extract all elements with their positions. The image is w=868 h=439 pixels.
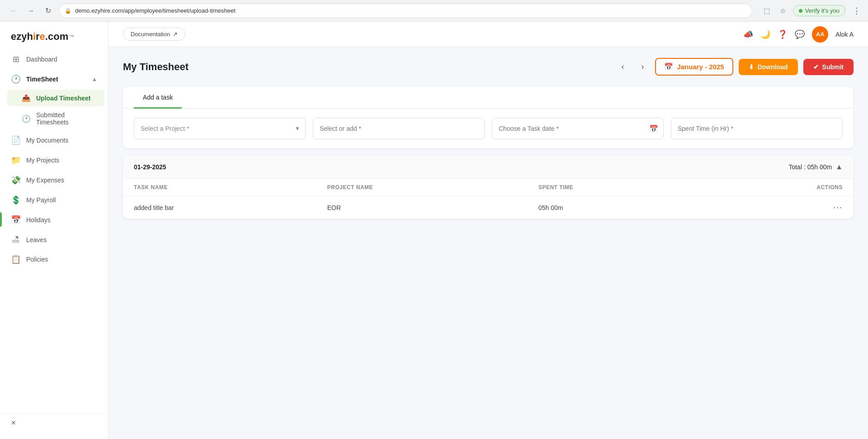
browser-action-icons: ⬚ ☆ Verify it's you ⋮ xyxy=(760,5,861,17)
task-date-field: 📅 xyxy=(492,118,664,139)
sidebar-item-label: Dashboard xyxy=(26,56,57,63)
timesheet-table: TASK NAME PROJECT NAME SPENT TIME ACTION… xyxy=(123,179,854,219)
submitted-timesheets-icon: 🕐 xyxy=(22,115,31,123)
sidebar-item-my-payroll[interactable]: 💲 My Payroll xyxy=(4,191,104,210)
refresh-button[interactable]: ↻ xyxy=(42,5,54,17)
sidebar-item-timesheet[interactable]: 🕐 TimeSheet ▲ xyxy=(4,70,104,89)
browser-chrome: ← → ↻ 🔒 demo.ezyhire.com/app/employee/ti… xyxy=(0,0,868,22)
spent-time-input[interactable] xyxy=(671,118,843,139)
table-row: added title bar EOR 05h 00m ··· xyxy=(123,196,854,219)
logo-text: ezyhire.com™ xyxy=(11,31,74,43)
sidebar-item-leaves[interactable]: 🏖 Leaves xyxy=(4,230,104,249)
table-header: TASK NAME PROJECT NAME SPENT TIME ACTION… xyxy=(123,179,854,196)
sidebar-item-my-documents[interactable]: 📄 My Documents xyxy=(4,131,104,150)
cell-spent-time: 05h 00m xyxy=(528,196,704,219)
cell-actions: ··· xyxy=(704,196,854,219)
forward-button[interactable]: → xyxy=(24,5,37,17)
add-task-card: Add a task Select a Project * ▼ xyxy=(123,86,854,148)
col-actions: ACTIONS xyxy=(704,179,854,196)
documentation-button[interactable]: Documentation ↗ xyxy=(123,28,185,41)
download-icon: ⬇ xyxy=(749,63,754,71)
avatar: AA xyxy=(812,26,828,43)
close-sidebar-button[interactable]: ✕ xyxy=(11,419,97,426)
timesheet-total-label: Total : 05h 00m xyxy=(788,163,832,171)
sidebar-item-dashboard[interactable]: ⊞ Dashboard xyxy=(4,50,104,69)
sidebar-item-label: Policies xyxy=(26,256,48,263)
main-content: Documentation ↗ 📣 🌙 ❓ 💬 AA Alok A My Tim… xyxy=(108,22,868,439)
bookmark-icon[interactable]: ☆ xyxy=(777,5,789,17)
my-documents-icon: 📄 xyxy=(11,135,21,145)
tab-bar: Add a task xyxy=(123,86,854,109)
spent-time-field xyxy=(671,118,843,139)
task-date-input[interactable] xyxy=(492,118,664,139)
close-icon: ✕ xyxy=(11,419,16,426)
sidebar-item-my-projects[interactable]: 📁 My Projects xyxy=(4,151,104,170)
messages-icon[interactable]: 💬 xyxy=(795,29,805,39)
select-project-field: Select a Project * ▼ xyxy=(134,118,306,139)
url-bar[interactable]: 🔒 demo.ezyhire.com/app/employee/timeshee… xyxy=(59,4,752,18)
verify-button[interactable]: Verify it's you xyxy=(793,5,845,16)
timesheet-date: 01-29-2025 xyxy=(134,163,166,171)
cell-task-name: added title bar xyxy=(123,196,316,219)
active-indicator xyxy=(0,212,2,227)
sidebar-item-policies[interactable]: 📋 Policies xyxy=(4,250,104,269)
timesheet-date-header: 01-29-2025 Total : 05h 00m ▲ xyxy=(123,156,854,179)
announcement-icon[interactable]: 📣 xyxy=(743,29,753,39)
cell-project-name: EOR xyxy=(316,196,528,219)
cast-icon[interactable]: ⬚ xyxy=(760,5,773,17)
top-bar-right: 📣 🌙 ❓ 💬 AA Alok A xyxy=(743,26,854,43)
sidebar-item-label: My Documents xyxy=(26,137,68,144)
dark-mode-icon[interactable]: 🌙 xyxy=(760,29,770,39)
submit-label: Submit xyxy=(822,63,844,71)
policies-icon: 📋 xyxy=(11,254,21,264)
row-actions-button[interactable]: ··· xyxy=(833,203,843,212)
top-bar-left: Documentation ↗ xyxy=(123,28,185,41)
col-spent-time: SPENT TIME xyxy=(528,179,704,196)
download-label: Download xyxy=(758,63,788,71)
avatar-initials: AA xyxy=(816,31,825,38)
sidebar: ezyhire.com™ ⊞ Dashboard 🕐 TimeSheet ▲ 📤… xyxy=(0,22,108,439)
sidebar-item-my-expenses[interactable]: 💸 My Expenses xyxy=(4,171,104,190)
sidebar-item-label: My Expenses xyxy=(26,177,64,184)
month-selector-button[interactable]: 📅 January - 2025 xyxy=(655,58,733,76)
verify-dot xyxy=(799,9,802,13)
sidebar-item-label: TimeSheet xyxy=(26,76,58,83)
col-task-name: TASK NAME xyxy=(123,179,316,196)
sidebar-item-holidays[interactable]: 📅 Holidays xyxy=(4,210,104,229)
prev-month-button[interactable]: ‹ xyxy=(615,60,630,74)
my-payroll-icon: 💲 xyxy=(11,195,21,205)
sidebar-item-label: Holidays xyxy=(26,216,51,224)
app-layout: ezyhire.com™ ⊞ Dashboard 🕐 TimeSheet ▲ 📤… xyxy=(0,22,868,439)
back-button[interactable]: ← xyxy=(7,5,20,17)
sidebar-footer: ✕ xyxy=(0,413,108,432)
tab-add-task[interactable]: Add a task xyxy=(134,86,182,109)
sidebar-item-label: My Payroll xyxy=(26,196,56,204)
table-header-row: TASK NAME PROJECT NAME SPENT TIME ACTION… xyxy=(123,179,854,196)
logo-e: e xyxy=(40,31,45,42)
select-project-input[interactable]: Select a Project * xyxy=(134,118,306,139)
sidebar-nav: ⊞ Dashboard 🕐 TimeSheet ▲ 📤 Upload Times… xyxy=(0,50,108,410)
dashboard-icon: ⊞ xyxy=(11,54,21,64)
help-icon[interactable]: ❓ xyxy=(778,29,788,39)
submit-button[interactable]: ✔ Submit xyxy=(803,59,854,75)
page-header: My Timesheet ‹ › 📅 January - 2025 ⬇ Down… xyxy=(123,58,854,76)
page-content: My Timesheet ‹ › 📅 January - 2025 ⬇ Down… xyxy=(108,47,868,439)
logo-i-dot: i xyxy=(33,31,36,42)
timesheet-chevron-icon: ▲ xyxy=(92,76,97,82)
url-security-icon: 🔒 xyxy=(65,8,71,14)
my-projects-icon: 📁 xyxy=(11,155,21,165)
next-month-button[interactable]: › xyxy=(635,60,650,74)
browser-menu-icon[interactable]: ⋮ xyxy=(853,6,861,16)
sidebar-item-submitted-timesheets[interactable]: 🕐 Submitted Timesheets xyxy=(7,107,104,130)
expand-section-icon[interactable]: ▲ xyxy=(835,163,843,171)
select-or-add-input[interactable] xyxy=(313,118,485,139)
timesheet-icon: 🕐 xyxy=(11,74,21,84)
download-button[interactable]: ⬇ Download xyxy=(739,59,798,75)
timesheet-data-section: 01-29-2025 Total : 05h 00m ▲ TASK NAME P… xyxy=(123,156,854,219)
submit-check-icon: ✔ xyxy=(813,63,819,71)
tab-add-task-label: Add a task xyxy=(143,94,173,101)
month-label: January - 2025 xyxy=(677,63,724,71)
user-name: Alok A xyxy=(835,31,854,38)
doc-btn-label: Documentation xyxy=(131,31,170,38)
sidebar-item-upload-timesheet[interactable]: 📤 Upload Timesheet xyxy=(7,90,104,106)
